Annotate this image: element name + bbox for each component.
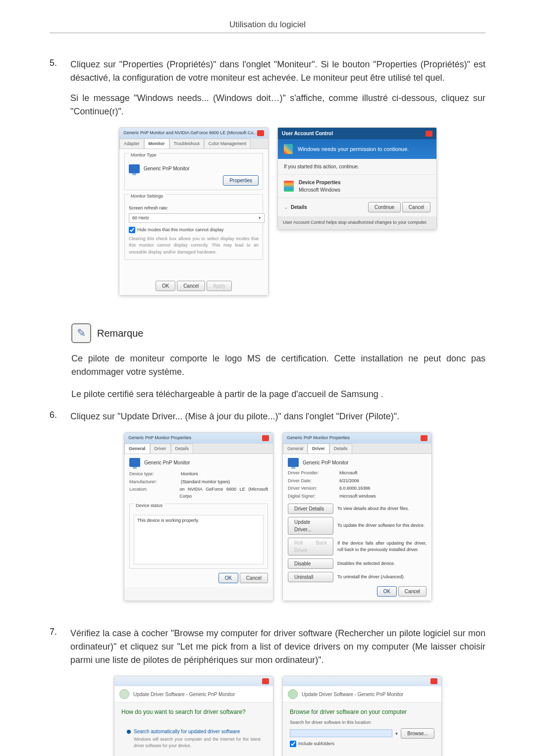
chevron-down-icon: ▾ xyxy=(259,215,261,222)
hide-modes-note: Clearing this check box allows you to se… xyxy=(129,236,259,256)
chevron-down-icon[interactable]: ▾ xyxy=(395,730,398,737)
page-title: Utilisation du logiciel xyxy=(50,20,485,33)
dialog-title: Generic PnP Monitor Properties xyxy=(287,435,350,442)
include-subfolders-checkbox[interactable]: Include subfolders xyxy=(290,741,434,748)
cancel-button[interactable]: Cancel xyxy=(398,586,427,597)
note-icon: ✎ xyxy=(71,323,91,343)
tab-general[interactable]: General xyxy=(283,444,308,454)
details-toggle[interactable]: Details xyxy=(291,203,307,211)
tab-details[interactable]: Details xyxy=(329,444,352,454)
close-icon[interactable] xyxy=(262,435,269,441)
uac-program-name: Device Properties xyxy=(299,179,341,186)
wizard-breadcrumb: Update Driver Software - Generic PnP Mon… xyxy=(302,691,403,698)
cancel-button[interactable]: Cancel xyxy=(240,573,268,583)
cancel-button[interactable]: Cancel xyxy=(402,202,430,212)
value: 6/21/2006 xyxy=(339,478,359,485)
tab-adapter[interactable]: Adapter xyxy=(119,139,144,149)
update-driver-wizard-browse: Update Driver Software - Generic PnP Mon… xyxy=(282,676,442,756)
close-icon[interactable] xyxy=(421,435,428,441)
update-driver-button[interactable]: Update Driver... xyxy=(288,517,333,535)
rollback-driver-button[interactable]: Roll Back Driver xyxy=(288,538,333,555)
location-input[interactable] xyxy=(290,729,392,737)
browse-button[interactable]: Browse... xyxy=(401,728,434,739)
value: Microsoft xyxy=(339,470,358,477)
device-status-text: This device is working properly. xyxy=(134,515,264,564)
value: on NVIDIA GeForce 6600 LE (Microsoft Cor… xyxy=(179,486,268,500)
remark-para1: Ce pilote de moniteur comporte le logo M… xyxy=(71,352,485,379)
ok-button[interactable]: OK xyxy=(218,573,238,583)
value: 6.0.6000.16386 xyxy=(339,485,371,492)
hide-modes-label: Hide modes that this monitor cannot disp… xyxy=(137,227,224,234)
refresh-rate-value: 60 Hertz xyxy=(132,215,149,222)
tab-driver[interactable]: Driver xyxy=(150,444,171,454)
dialog-title: Generic PnP Monitor Properties xyxy=(128,435,191,442)
step5-para2: Si le message "Windows needs... (Windows… xyxy=(70,92,485,118)
location-label: Search for driver software in this locat… xyxy=(283,719,441,726)
uninstall-button[interactable]: Uninstall xyxy=(288,572,333,582)
tab-color-management[interactable]: Color Management xyxy=(204,139,251,149)
device-status-section: Device status xyxy=(134,503,164,508)
label: Device type: xyxy=(129,471,169,478)
value: microsoft windows xyxy=(339,493,376,500)
tab-monitor[interactable]: Monitor xyxy=(144,139,169,149)
value: (Standard monitor types) xyxy=(181,479,230,486)
monitor-icon xyxy=(288,458,299,467)
uac-headline: Windows needs your permission to contion… xyxy=(298,145,409,153)
include-subfolders-label: Include subfolders xyxy=(298,741,334,748)
step5-para1: Cliquez sur "Properties (Propriétés)" da… xyxy=(70,58,485,85)
tab-troubleshoot[interactable]: Troubleshoot xyxy=(169,139,204,149)
step-number: 6. xyxy=(50,410,70,420)
apply-button[interactable]: Apply xyxy=(207,281,232,291)
continue-button[interactable]: Continue xyxy=(368,202,401,212)
dialog-title: Generic PnP Monitor and NVIDIA GeForce 6… xyxy=(123,130,257,137)
wizard-breadcrumb: Update Driver Software - Generic PnP Mon… xyxy=(133,691,235,698)
monitor-settings-dialog: Generic PnP Monitor and NVIDIA GeForce 6… xyxy=(119,127,268,296)
back-button[interactable] xyxy=(119,689,129,699)
cancel-button[interactable]: Cancel xyxy=(177,281,205,291)
uac-dialog: User Account Control Windows needs your … xyxy=(277,127,437,230)
step7-para1: Vérifiez la case à cocher "Browse my com… xyxy=(70,627,485,667)
monitor-type-value: Generic PnP Monitor xyxy=(144,165,190,172)
monitor-settings-section: Monitor Settings xyxy=(129,194,165,199)
ok-button[interactable]: OK xyxy=(377,586,397,597)
driver-details-desc: To view details about the driver files. xyxy=(337,505,427,512)
program-icon xyxy=(284,181,294,192)
label: Manufacturer: xyxy=(129,479,169,486)
step6-para1: Cliquez sur "Update Driver... (Mise à jo… xyxy=(70,410,485,423)
chevron-down-icon[interactable]: ⌄ xyxy=(284,203,288,211)
label: Digital Signer: xyxy=(288,493,327,500)
step-number: 5. xyxy=(50,58,70,68)
tab-driver[interactable]: Driver xyxy=(308,444,329,454)
close-icon[interactable] xyxy=(257,130,264,136)
refresh-rate-label: Screen refresh rate: xyxy=(129,205,259,212)
update-driver-desc: To update the driver software for this d… xyxy=(337,522,427,529)
ok-button[interactable]: OK xyxy=(156,281,175,291)
driver-details-button[interactable]: Driver Details xyxy=(288,504,333,514)
uac-started-label: If you started this action, continue. xyxy=(278,159,436,174)
label: Driver Date: xyxy=(288,478,327,485)
close-icon[interactable] xyxy=(426,131,432,137)
label: Driver Version: xyxy=(288,485,327,492)
monitor-icon xyxy=(129,458,140,467)
monitor-type-section: Monitor Type xyxy=(129,152,159,157)
wizard-heading: Browse for driver software on your compu… xyxy=(283,703,441,719)
rollback-driver-desc: If the device fails after updating the d… xyxy=(337,540,427,554)
close-icon[interactable] xyxy=(430,678,437,684)
option-search-automatically[interactable]: Search automatically for updated driver … xyxy=(121,723,266,754)
properties-button[interactable]: Properties xyxy=(223,175,259,186)
wizard-question: How do you want to search for driver sof… xyxy=(114,703,273,719)
hide-modes-checkbox[interactable]: Hide modes that this monitor cannot disp… xyxy=(129,227,259,234)
option-title: Search automatically for updated driver … xyxy=(127,728,261,735)
close-icon[interactable] xyxy=(262,678,269,684)
back-button[interactable] xyxy=(288,689,298,699)
tab-general[interactable]: General xyxy=(124,444,150,454)
option-desc: Windows will search your computer and th… xyxy=(134,736,261,749)
tab-details[interactable]: Details xyxy=(171,444,194,454)
refresh-rate-select[interactable]: 60 Hertz ▾ xyxy=(129,213,265,223)
value: Monitors xyxy=(181,471,198,478)
device-name: Generic PnP Monitor xyxy=(303,459,349,466)
monitor-icon xyxy=(129,164,140,173)
disable-desc: Disables the selected device. xyxy=(337,560,427,567)
disable-button[interactable]: Disable xyxy=(288,558,333,569)
device-name: Generic PnP Monitor xyxy=(144,459,190,466)
